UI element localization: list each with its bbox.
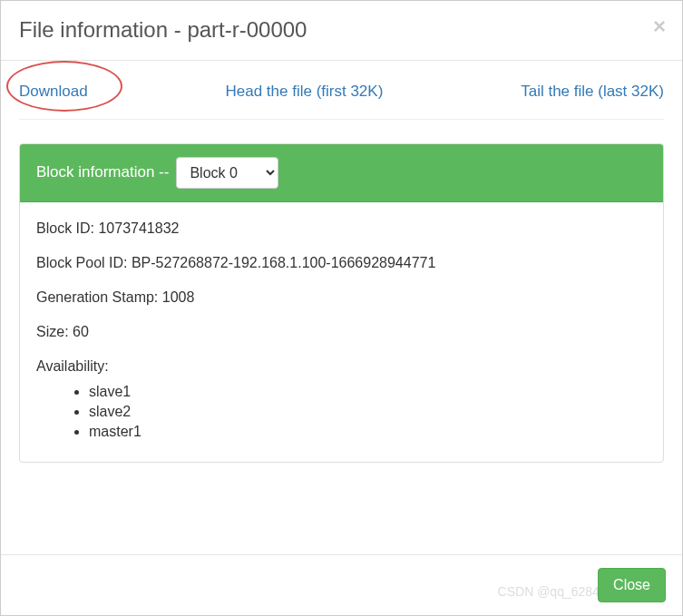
availability-label: Availability: [36, 358, 647, 375]
close-icon[interactable]: × [653, 15, 666, 37]
action-links-row: Download Head the file (first 32K) Tail … [19, 77, 664, 120]
block-id: Block ID: 1073741832 [36, 220, 647, 237]
modal-title: File information - part-r-00000 [19, 17, 664, 44]
block-panel-header: Block information -- Block 0 [20, 144, 663, 202]
list-item: master1 [89, 424, 647, 440]
list-item: slave2 [89, 404, 647, 420]
close-button[interactable]: Close [598, 568, 666, 602]
block-info-panel: Block information -- Block 0 Block ID: 1… [19, 143, 664, 463]
modal-body: Download Head the file (first 32K) Tail … [1, 61, 682, 479]
modal-header: File information - part-r-00000 × [1, 1, 682, 61]
tail-file-link[interactable]: Tail the file (last 32K) [521, 83, 664, 101]
block-panel-body: Block ID: 1073741832 Block Pool ID: BP-5… [20, 202, 663, 462]
block-size: Size: 60 [36, 324, 647, 340]
availability-list: slave1 slave2 master1 [36, 384, 647, 440]
modal-footer: Close [1, 554, 682, 615]
block-select[interactable]: Block 0 [176, 157, 278, 189]
list-item: slave1 [89, 384, 647, 400]
head-file-link[interactable]: Head the file (first 32K) [225, 83, 383, 101]
block-pool-id: Block Pool ID: BP-527268872-192.168.1.10… [36, 255, 647, 271]
file-info-modal: File information - part-r-00000 × Downlo… [0, 0, 683, 616]
block-panel-title: Block information -- [36, 163, 169, 181]
download-link[interactable]: Download [19, 83, 88, 101]
generation-stamp: Generation Stamp: 1008 [36, 289, 647, 306]
